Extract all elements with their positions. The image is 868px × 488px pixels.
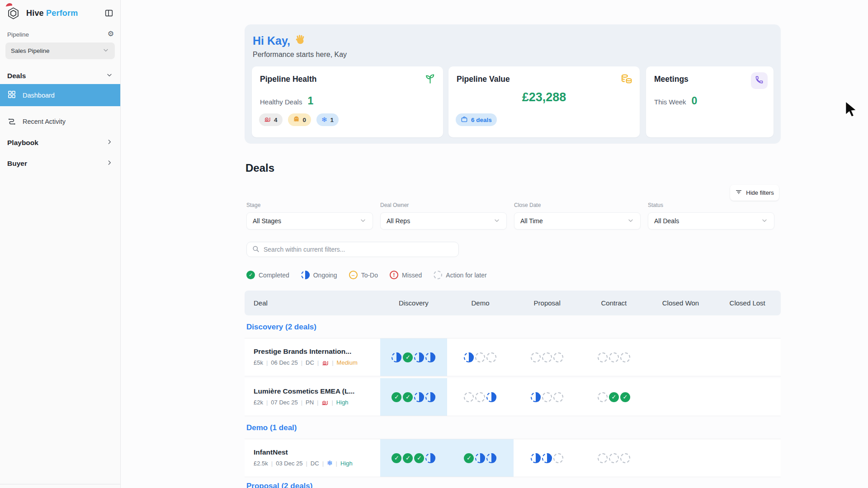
stage-cell-discovery[interactable]	[380, 439, 447, 477]
stage-cell-closed-lost[interactable]	[714, 378, 781, 416]
status-later-icon	[553, 453, 563, 463]
search-input[interactable]	[264, 246, 453, 253]
sidebar-divider	[0, 484, 120, 484]
stage-cell-contract[interactable]	[580, 338, 647, 376]
group-header[interactable]: Demo (1 deal)	[246, 423, 781, 432]
sidebar-item-recent-activity[interactable]: Recent Activity	[0, 112, 120, 131]
sidebar-collapse-icon[interactable]	[104, 8, 114, 20]
filter-label: Deal Owner	[380, 202, 507, 208]
metric-value: 1	[307, 95, 313, 107]
table-header: DealDiscoveryDemoProposalContractClosed …	[245, 291, 781, 315]
stage-cell-proposal[interactable]	[514, 439, 580, 477]
stage-cell-closed-lost[interactable]	[714, 439, 781, 477]
gear-icon[interactable]: ⚙	[108, 29, 114, 38]
stage-cell-discovery[interactable]	[380, 378, 447, 416]
metric-value: 0	[692, 95, 698, 107]
stage-cell-closed-won[interactable]	[647, 439, 714, 477]
table-row[interactable]: Prestige Brands Internation...£5k|06 Dec…	[245, 338, 781, 376]
health-badge-ghost[interactable]: 0	[288, 113, 311, 126]
metric-label: This Week	[654, 98, 686, 106]
meta-separator: |	[266, 399, 268, 406]
group-rows: InfantNest£2.5k|03 Dec 25|DC|❄|High	[245, 439, 781, 477]
meta-text: £2.5k	[254, 460, 268, 467]
status-ongoing-icon	[486, 392, 496, 402]
health-badge-snail[interactable]: 4	[259, 113, 283, 126]
chevron-right-icon	[106, 138, 113, 147]
search-box[interactable]	[246, 242, 459, 257]
column-header-closed-won: Closed Won	[647, 299, 714, 307]
status-later-icon	[598, 352, 608, 362]
stage-cell-closed-lost[interactable]	[714, 338, 781, 376]
status-later-icon	[475, 352, 485, 362]
table-row[interactable]: Lumière Cosmetics EMEA (L...£2k|07 Dec 2…	[245, 378, 781, 416]
status-ongoing-icon	[542, 453, 552, 463]
activity-route-icon	[7, 117, 16, 127]
status-later-icon	[609, 352, 619, 362]
deals-count-badge[interactable]: 6 deals	[456, 113, 497, 126]
priority-label: High	[336, 399, 349, 406]
group-header[interactable]: Discovery (2 deals)	[246, 323, 781, 332]
pipeline-value-card: Pipeline Value £23,288 6 deals	[448, 66, 640, 137]
brand-name: Hive Perform	[26, 9, 78, 18]
sidebar-section-deals[interactable]: Deals	[0, 69, 120, 83]
stage-cell-demo[interactable]	[447, 439, 514, 477]
priority-label: High	[340, 460, 353, 467]
deals-table: DealDiscoveryDemoProposalContractClosed …	[245, 291, 781, 488]
hide-filters-button[interactable]: Hide filters	[730, 185, 779, 201]
filter-value: All Stages	[253, 217, 281, 225]
legend-label: To-Do	[361, 272, 378, 279]
stage-cell-contract[interactable]	[580, 378, 647, 416]
meta-separator: |	[336, 460, 337, 467]
health-badge-snowflake[interactable]: ❄1	[316, 113, 339, 126]
status-ongoing-icon	[414, 352, 424, 362]
stage-cell-proposal[interactable]	[514, 338, 580, 376]
filter-value: All Time	[520, 217, 543, 225]
table-row[interactable]: InfantNest£2.5k|03 Dec 25|DC|❄|High	[245, 439, 781, 477]
status-later-icon	[486, 352, 496, 362]
status-completed-icon	[403, 453, 413, 463]
santa-hat-icon	[5, 2, 14, 10]
filter-select[interactable]: All Deals	[648, 212, 774, 230]
deal-name: InfantNest	[254, 448, 377, 456]
column-header-closed-lost: Closed Lost	[714, 299, 781, 307]
pipeline-select[interactable]: Sales Pipeline	[5, 42, 115, 59]
column-header-proposal: Proposal	[514, 299, 580, 307]
sidebar-section-playbook[interactable]: Playbook	[0, 136, 120, 150]
stage-cell-closed-won[interactable]	[647, 378, 714, 416]
meta-separator: |	[271, 460, 273, 467]
mouse-cursor	[844, 100, 860, 121]
status-later-icon	[475, 392, 485, 402]
filter-select[interactable]: All Stages	[246, 212, 373, 230]
legend-item-todo: To-Do	[349, 271, 378, 279]
legend-item-missed: Missed	[390, 271, 422, 279]
filter-select[interactable]: All Reps	[380, 212, 507, 230]
status-later-icon	[609, 453, 619, 463]
sidebar-section-buyer[interactable]: Buyer	[0, 157, 120, 170]
status-ongoing-icon	[531, 453, 541, 463]
deal-cell: Lumière Cosmetics EMEA (L...£2k|07 Dec 2…	[245, 378, 380, 416]
legend-label: Ongoing	[313, 272, 337, 279]
page-title: Deals	[245, 162, 274, 174]
meta-text: 06 Dec 25	[271, 359, 297, 366]
meta-text: PN	[306, 399, 314, 406]
status-completed-icon	[464, 453, 474, 463]
filter-select[interactable]: All Time	[514, 212, 641, 230]
stage-cell-contract[interactable]	[580, 439, 647, 477]
stage-cell-demo[interactable]	[447, 338, 514, 376]
stage-cell-proposal[interactable]	[514, 378, 580, 416]
status-ongoing-icon	[425, 352, 435, 362]
snail-icon	[322, 359, 329, 366]
status-ongoing-icon	[486, 453, 496, 463]
chevron-down-icon	[106, 71, 113, 80]
sidebar-item-dashboard[interactable]: Dashboard	[0, 84, 120, 106]
stage-cell-demo[interactable]	[447, 378, 514, 416]
deal-name: Prestige Brands Internation...	[254, 347, 377, 356]
snail-icon	[264, 116, 271, 124]
status-later-icon	[542, 352, 552, 362]
group-header[interactable]: Proposal (2 deals)	[246, 482, 781, 488]
stage-cell-discovery[interactable]	[380, 338, 447, 376]
snowflake-icon: ❄	[327, 460, 333, 467]
stage-cell-closed-won[interactable]	[647, 338, 714, 376]
status-later-icon	[531, 352, 541, 362]
deal-cell: InfantNest£2.5k|03 Dec 25|DC|❄|High	[245, 439, 380, 477]
